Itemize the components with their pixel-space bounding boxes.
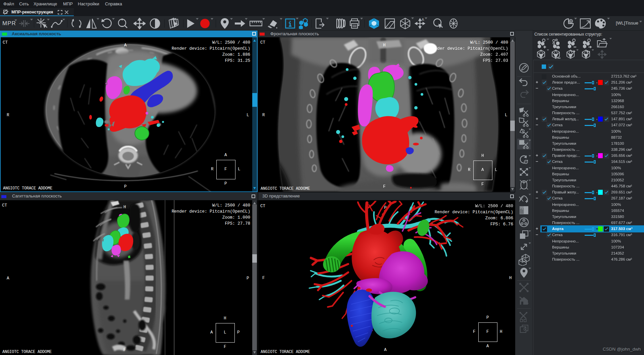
svg-text:A: A: [422, 18, 424, 21]
